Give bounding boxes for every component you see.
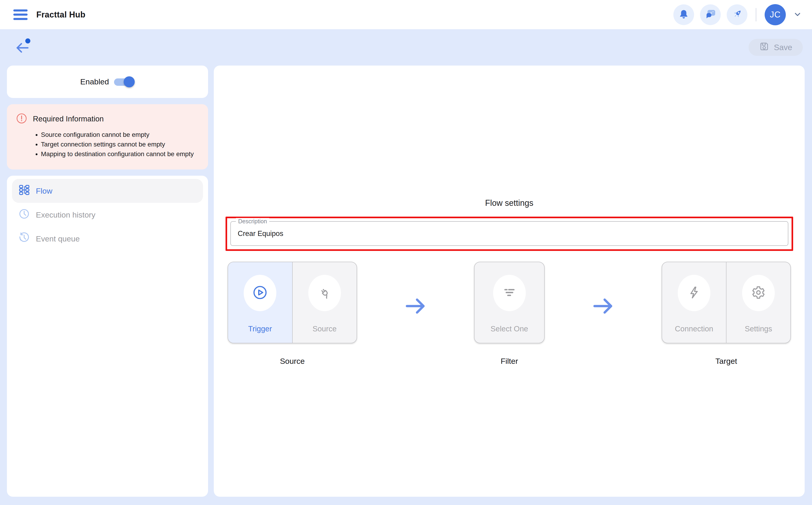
sidebar-item-label: Flow: [36, 186, 52, 195]
save-button[interactable]: Save: [749, 39, 803, 56]
plug-icon: [317, 285, 332, 301]
target-connection-option[interactable]: Connection: [662, 262, 726, 343]
sidebar-item-event-queue[interactable]: Event queue: [12, 227, 203, 250]
flow-step-label: Source: [280, 357, 305, 366]
description-input[interactable]: [231, 229, 788, 238]
header-divider: [756, 8, 756, 21]
rocket-icon: [731, 8, 743, 21]
alert-title: Required Information: [33, 115, 104, 123]
menu-icon[interactable]: [13, 9, 28, 20]
filter-select-option[interactable]: Select One: [474, 262, 544, 343]
flow-diagram: Trigger: [214, 262, 805, 366]
error-exclamation-icon: [16, 113, 27, 125]
flow-step-label: Filter: [501, 357, 518, 366]
save-button-label: Save: [774, 43, 792, 52]
lightning-icon: [686, 285, 701, 301]
panel-title: Flow settings: [214, 198, 805, 208]
source-trigger-option[interactable]: Trigger: [228, 262, 292, 343]
app-header: Fracttal Hub: [0, 0, 812, 29]
enabled-toggle[interactable]: [114, 76, 135, 88]
clock-icon: [18, 208, 30, 221]
header-actions: JC: [673, 4, 802, 25]
gear-icon: [751, 285, 766, 301]
workflow-icon: [18, 184, 30, 197]
enabled-card: Enabled: [7, 65, 208, 98]
arrow-right-icon: [592, 295, 615, 319]
alert-list: Source configuration cannot be empty Tar…: [16, 130, 199, 159]
required-information-alert: Required Information Source configuratio…: [7, 104, 208, 169]
flow-step-label: Target: [716, 357, 737, 366]
sidebar-item-flow[interactable]: Flow: [12, 179, 203, 203]
launch-button[interactable]: [727, 4, 748, 25]
flow-settings-panel: Flow settings Description: [214, 65, 805, 497]
sidebar-item-execution-history[interactable]: Execution history: [12, 203, 203, 227]
alert-item: Target connection settings cannot be emp…: [41, 140, 199, 149]
description-field-label: Description: [236, 218, 269, 225]
assistant-button[interactable]: [700, 4, 721, 25]
arrow-right-icon: [404, 295, 427, 319]
content: Enabled Required Information Source conf…: [0, 65, 812, 505]
target-settings-option[interactable]: Settings: [726, 262, 790, 343]
option-label: Connection: [675, 325, 714, 333]
page-toolbar: Save: [0, 29, 812, 65]
chevron-down-icon[interactable]: [793, 10, 802, 20]
back-button[interactable]: [12, 37, 32, 57]
filter-icon: [502, 285, 517, 301]
description-field: Description: [230, 221, 788, 246]
assistant-chat-sparkles-icon: [704, 8, 716, 21]
option-label: Settings: [745, 325, 772, 333]
option-label: Select One: [490, 325, 528, 333]
save-floppy-icon: [759, 41, 769, 53]
enabled-label: Enabled: [80, 77, 109, 86]
notifications-button[interactable]: [673, 4, 694, 25]
sidebar-item-label: Event queue: [36, 234, 80, 243]
notifications-bell-icon: [678, 9, 689, 20]
sidebar: Enabled Required Information Source conf…: [7, 65, 208, 497]
sidebar-item-label: Execution history: [36, 210, 95, 219]
app-title: Fracttal Hub: [36, 10, 85, 20]
flow-step-filter: Select One Filter: [474, 262, 545, 366]
alert-item: Mapping to destination configuration can…: [41, 149, 199, 159]
flow-step-target: Connection Settings: [662, 262, 791, 366]
source-source-option[interactable]: Source: [292, 262, 357, 343]
option-label: Trigger: [248, 325, 272, 333]
flow-step-source: Trigger: [228, 262, 357, 366]
option-label: Source: [313, 325, 337, 333]
sidebar-nav: Flow Execution history: [7, 176, 208, 497]
unsaved-indicator-dot: [25, 38, 30, 43]
history-clock-icon: [18, 232, 30, 245]
alert-item: Source configuration cannot be empty: [41, 130, 199, 140]
avatar[interactable]: JC: [765, 4, 786, 25]
red-highlight-annotation: Description: [225, 217, 793, 251]
play-circle-icon: [252, 285, 267, 301]
